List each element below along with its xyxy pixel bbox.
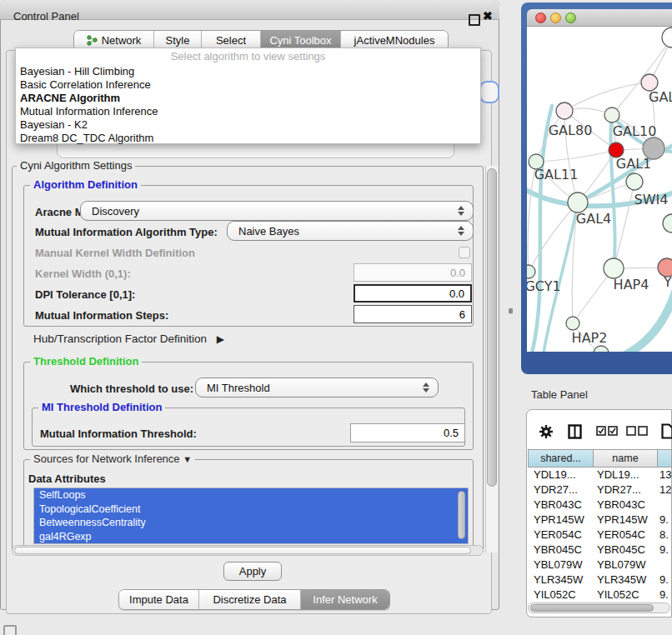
mi-steps-value: 6 — [459, 308, 465, 321]
settings-vscrollbar-track[interactable] — [485, 166, 498, 552]
cell-name: YBR045C — [597, 542, 645, 558]
tab-network-label: Network — [102, 34, 142, 47]
manual-kernel-label: Manual Kernel Width Definition — [35, 247, 195, 259]
tab-infer-network-label: Infer Network — [313, 593, 377, 606]
edge — [614, 182, 634, 268]
mi-type-value: Naive Bayes — [238, 225, 299, 238]
cell-extra: 8. — [659, 528, 669, 542]
tab-impute-data[interactable]: Impute Data — [119, 590, 198, 609]
cell-extra: 12 — [659, 482, 671, 498]
select-all-checkboxes-icon[interactable] — [596, 426, 618, 436]
tab-discretize-data[interactable]: Discretize Data — [198, 590, 300, 609]
cell-name: YLR345W — [597, 572, 646, 588]
dpi-tolerance-value: 0.0 — [449, 288, 464, 300]
column-header-shared[interactable]: shared... — [528, 449, 594, 468]
mi-type-select[interactable]: Naive Bayes — [227, 221, 474, 241]
list-item[interactable]: TopologicalCoefficient — [34, 502, 468, 517]
cell-extra: 13 — [659, 468, 671, 482]
network-icon — [87, 35, 98, 46]
list-item[interactable]: BetweennessCentrality — [34, 516, 468, 530]
table-hscrollbar-track[interactable] — [528, 602, 670, 613]
node-label: GAL — [649, 89, 672, 105]
zoom-traffic-light-icon[interactable] — [565, 12, 576, 23]
gear-icon[interactable] — [539, 424, 554, 439]
node-label: HAP4 — [614, 277, 649, 292]
hidden-combo-sliver — [479, 81, 499, 103]
hub-definition-toggle[interactable]: Hub/Transcription Factor Definition ▶ — [33, 332, 224, 345]
bottom-tabbar: Impute Data Discretize Data Infer Networ… — [118, 589, 390, 610]
which-threshold-select[interactable]: MI Threshold — [195, 378, 439, 398]
cell-shared: YLR345W — [534, 572, 583, 588]
node[interactable] — [662, 28, 672, 48]
deselect-all-checkboxes-icon[interactable] — [626, 426, 648, 436]
settings-hscrollbar-track[interactable] — [12, 545, 484, 556]
data-attributes-list[interactable]: SelfLoops TopologicalCoefficient Between… — [33, 488, 469, 544]
dropdown-item[interactable]: Dream8 DC_TDC Algorithm — [16, 132, 480, 145]
cell-extra: 9. — [659, 588, 669, 602]
expand-arrow-icon: ▶ — [217, 333, 224, 345]
mi-steps-input[interactable]: 6 — [354, 305, 472, 323]
spinner-arrows-icon — [458, 226, 464, 236]
settings-vscrollbar-thumb[interactable] — [487, 168, 497, 487]
node-gal10[interactable] — [604, 108, 619, 122]
node-gal80[interactable] — [556, 102, 573, 119]
node-hap4[interactable] — [604, 258, 624, 278]
dpi-tolerance-label: DPI Tolerance [0,1]: — [35, 288, 135, 301]
data-attributes-label: Data Attributes — [28, 472, 106, 485]
columns-icon[interactable] — [568, 424, 582, 439]
edge — [625, 292, 672, 352]
node[interactable] — [594, 346, 609, 352]
node-hap2[interactable] — [566, 317, 579, 330]
list-item[interactable]: gal4RGexp — [34, 530, 468, 544]
list-scrollbar-thumb[interactable] — [458, 491, 465, 539]
cell-shared: YER054C — [534, 528, 582, 542]
cell-name: YBL079W — [597, 558, 646, 572]
apply-button[interactable]: Apply — [223, 562, 282, 581]
mi-threshold-group-title: MI Threshold Definition — [38, 402, 165, 412]
dropdown-item[interactable]: Basic Correlation Inference — [16, 78, 480, 92]
node[interactable] — [663, 214, 672, 232]
column-header-name[interactable]: name — [594, 449, 657, 468]
kernel-width-input[interactable]: 0.0 — [354, 263, 472, 282]
network-canvas[interactable]: GAL80 GAL10 GAL1 GAL11 SWI4 GAL4 GCY1 HA… — [527, 27, 672, 352]
close-traffic-light-icon[interactable] — [535, 12, 546, 23]
cell-extra: 9. — [659, 512, 669, 528]
settings-hscrollbar-thumb[interactable] — [14, 547, 471, 554]
dropdown-item[interactable]: Mutual Information Inference — [16, 105, 480, 118]
dropdown-item[interactable]: Bayesian - Hill Climbing — [16, 65, 480, 78]
panel-splitter-handle[interactable] — [509, 308, 513, 313]
cell-name: YDR27... — [597, 482, 641, 498]
sources-title-label: Sources for Network Inference — [33, 452, 180, 465]
node-swi4[interactable] — [626, 173, 643, 190]
node-gal4[interactable] — [568, 192, 588, 212]
node-label: Y — [663, 274, 672, 290]
network-window-titlebar[interactable] — [527, 9, 672, 27]
collapsed-panel-icon[interactable] — [3, 625, 17, 635]
document-icon[interactable] — [661, 423, 672, 439]
dpi-tolerance-input[interactable]: 0.0 — [354, 284, 472, 302]
aracne-mode-select[interactable]: Discovery — [80, 201, 474, 221]
mi-threshold-input[interactable]: 0.5 — [350, 423, 465, 442]
edge — [564, 82, 649, 111]
float-window-icon[interactable] — [469, 14, 480, 26]
tab-infer-network[interactable]: Infer Network — [300, 590, 389, 609]
minimize-traffic-light-icon[interactable] — [550, 12, 561, 23]
tab-discretize-data-label: Discretize Data — [213, 593, 286, 606]
cell-shared: YIL052C — [534, 588, 576, 602]
spinner-arrows-icon — [458, 206, 464, 216]
list-item[interactable]: SelfLoops — [34, 488, 468, 502]
node-gcy1[interactable] — [527, 265, 535, 278]
column-header-clipped[interactable] — [657, 449, 672, 468]
dropdown-item-selected[interactable]: ARACNE Algorithm — [16, 92, 480, 105]
close-icon[interactable]: ✖ — [483, 9, 493, 22]
table-hscrollbar-thumb[interactable] — [530, 604, 654, 612]
aracne-mode-value: Discovery — [92, 205, 139, 218]
manual-kernel-checkbox[interactable] — [459, 247, 470, 258]
node[interactable] — [641, 74, 658, 91]
dropdown-item[interactable]: Bayesian - K2 — [16, 118, 480, 132]
column-header-shared-label: shared... — [540, 452, 581, 464]
sources-group-title[interactable]: Sources for Network Inference ▼ — [30, 453, 195, 465]
cell-shared: YBR043C — [534, 498, 582, 512]
table-body[interactable]: YDL19...YDL19...13 YDR27...YDR27...12 YB… — [528, 468, 672, 602]
mi-type-label: Mutual Information Algorithm Type: — [35, 226, 218, 238]
